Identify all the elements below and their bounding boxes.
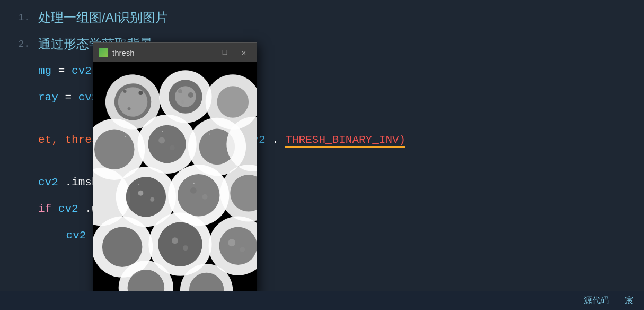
svg-point-27 [138, 191, 143, 196]
svg-point-10 [178, 89, 182, 93]
svg-point-19 [158, 137, 165, 144]
svg-point-30 [178, 174, 219, 216]
popup-titlebar[interactable]: thresh — □ ✕ [93, 43, 257, 62]
bottom-bar: 源代码 宸 [0, 291, 644, 310]
svg-point-3 [118, 87, 148, 117]
popup-app-icon [99, 48, 108, 57]
bottom-bar-author: 宸 [625, 295, 633, 306]
bottom-bar-source: 源代码 [584, 295, 609, 306]
svg-point-31 [190, 187, 197, 194]
svg-point-6 [128, 107, 131, 110]
svg-point-26 [126, 177, 166, 217]
svg-point-38 [158, 222, 202, 266]
svg-point-44 [240, 247, 245, 252]
svg-point-12 [181, 100, 184, 104]
svg-point-4 [123, 90, 127, 93]
svg-point-32 [202, 194, 208, 200]
line-number-1: 1. [11, 12, 30, 23]
line-number-2: 2. [11, 39, 30, 49]
popup-window: thresh — □ ✕ [93, 42, 257, 297]
svg-rect-51 [209, 134, 210, 135]
svg-point-42 [219, 227, 257, 265]
svg-rect-53 [193, 183, 195, 184]
svg-point-18 [148, 125, 186, 163]
svg-point-36 [102, 227, 143, 267]
popup-image-content [93, 62, 257, 297]
svg-point-40 [183, 245, 188, 251]
svg-point-14 [217, 86, 249, 118]
svg-point-28 [150, 197, 154, 202]
svg-point-16 [94, 130, 135, 170]
svg-point-9 [175, 86, 196, 107]
popup-close-button[interactable]: ✕ [236, 47, 251, 58]
svg-point-5 [138, 91, 143, 95]
svg-rect-52 [138, 184, 139, 185]
svg-rect-50 [162, 131, 163, 132]
svg-rect-49 [125, 136, 126, 137]
popup-maximize-button[interactable]: □ [217, 47, 232, 58]
code-line-1: 1. 处理一组图/AI识别图片 [0, 4, 644, 31]
line-content-1: 处理一组图/AI识别图片 [38, 9, 168, 26]
popup-minimize-button[interactable]: — [198, 47, 213, 58]
coins-image [93, 62, 257, 297]
svg-point-39 [172, 237, 178, 244]
svg-point-11 [188, 92, 193, 98]
svg-point-20 [170, 145, 175, 150]
popup-title: thresh [112, 48, 194, 57]
svg-point-43 [228, 239, 235, 246]
